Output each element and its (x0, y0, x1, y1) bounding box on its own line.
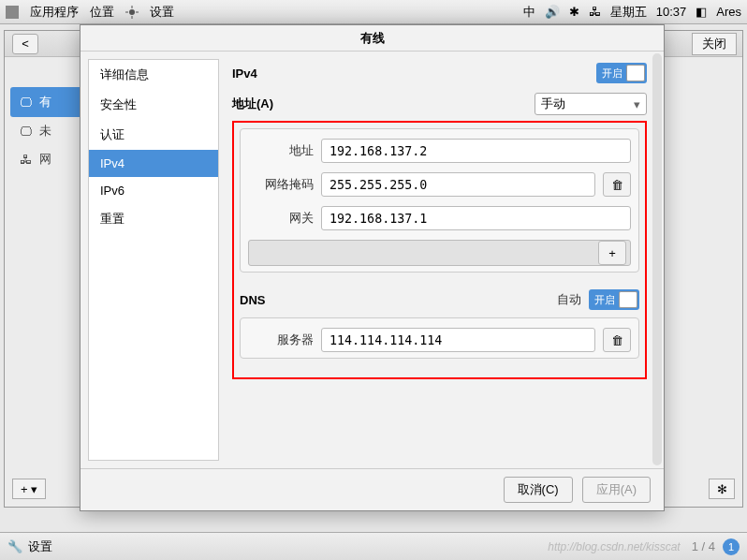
notification-badge[interactable]: 1 (723, 538, 740, 555)
dialog-sidebar: 详细信息 安全性 认证 IPv4 IPv6 重置 (88, 59, 219, 461)
clock-time: 10:37 (656, 5, 687, 19)
dns-auto-label: 自动 (557, 291, 581, 308)
user-menu-icon[interactable]: ◧ (696, 5, 707, 19)
network-tray-icon[interactable]: 🖧 (589, 5, 601, 19)
monitor-off-icon: 🖵 (20, 125, 32, 139)
bg-conn-label: 网 (39, 151, 51, 168)
delete-dns-button[interactable]: 🗑 (603, 328, 631, 352)
clock-day: 星期五 (610, 4, 647, 21)
sidebar-item-security[interactable]: 安全性 (89, 90, 218, 120)
connection-settings-button[interactable]: ✻ (709, 479, 735, 499)
dns-server-input[interactable] (321, 328, 595, 352)
highlighted-region: 地址 网络掩码 🗑 网关 + (232, 121, 647, 379)
toggle-label: 开启 (596, 66, 622, 81)
address-input[interactable] (321, 139, 631, 163)
toggle-knob (626, 65, 645, 81)
user-name[interactable]: Ares (716, 5, 741, 19)
sidebar-item-auth[interactable]: 认证 (89, 120, 218, 150)
netmask-input[interactable] (321, 172, 595, 197)
network-icon: 🖧 (20, 153, 32, 167)
method-value: 手动 (541, 96, 565, 112)
delete-address-button[interactable]: 🗑 (603, 172, 631, 197)
gateway-label: 网关 (248, 210, 314, 227)
content-scrollbar[interactable] (652, 53, 662, 465)
bg-conn-label: 有 (39, 94, 51, 111)
address-label: 地址 (248, 142, 314, 159)
dialog-title: 有线 (81, 25, 664, 52)
sidebar-item-ipv6[interactable]: IPv6 (89, 177, 218, 204)
add-address-row: + (248, 240, 631, 266)
netmask-label: 网络掩码 (248, 176, 314, 193)
toggle-label: 开启 (589, 293, 615, 307)
dns-group: 服务器 🗑 (240, 317, 639, 359)
method-combo[interactable]: 手动 (535, 93, 647, 115)
sidebar-item-reset[interactable]: 重置 (89, 204, 218, 234)
close-button[interactable]: 关闭 (692, 33, 737, 55)
settings-icon (125, 6, 139, 19)
address-group: 地址 网络掩码 🗑 网关 + (240, 128, 639, 273)
gateway-input[interactable] (321, 206, 631, 230)
menu-settings[interactable]: 设置 (150, 4, 174, 21)
apply-button[interactable]: 应用(A) (582, 477, 651, 503)
dns-heading: DNS (240, 293, 265, 307)
ipv4-toggle[interactable]: 开启 (596, 63, 647, 83)
trash-icon: 🗑 (611, 333, 623, 347)
sidebar-item-details[interactable]: 详细信息 (89, 60, 218, 90)
sidebar-item-ipv4[interactable]: IPv4 (89, 150, 218, 177)
svg-point-1 (129, 9, 135, 15)
plus-icon: + (608, 246, 616, 260)
trash-icon: 🗑 (611, 178, 623, 192)
menu-applications[interactable]: 应用程序 (30, 4, 79, 21)
add-connection-button[interactable]: + ▾ (12, 479, 46, 499)
ime-indicator[interactable]: 中 (523, 4, 535, 21)
apps-icon (6, 6, 19, 19)
bluetooth-icon[interactable]: ✱ (569, 5, 579, 19)
wired-connection-dialog: 有线 详细信息 安全性 认证 IPv4 IPv6 重置 IPv4 开启 地址(A… (80, 24, 665, 511)
address-heading: 地址(A) (232, 96, 273, 112)
dialog-content: IPv4 开启 地址(A) 手动 地址 (219, 52, 664, 468)
add-address-button[interactable]: + (598, 241, 626, 265)
monitor-icon: 🖵 (20, 96, 32, 110)
dns-auto-toggle[interactable]: 开启 (589, 289, 639, 310)
watermark-text: http://blog.csdn.net/kisscat (548, 540, 680, 553)
bg-conn-label: 未 (39, 123, 51, 140)
svg-rect-0 (6, 6, 19, 19)
volume-icon[interactable]: 🔊 (545, 5, 560, 19)
top-panel: 应用程序 位置 设置 中 🔊 ✱ 🖧 星期五 10:37 ◧ Ares (0, 0, 747, 24)
menu-places[interactable]: 位置 (90, 4, 114, 21)
cancel-button[interactable]: 取消(C) (504, 477, 573, 503)
wrench-icon: 🔧 (7, 539, 22, 553)
taskbar-app-label[interactable]: 设置 (28, 538, 52, 555)
back-button[interactable]: < (12, 34, 38, 54)
ipv4-heading: IPv4 (232, 66, 257, 81)
toggle-knob (619, 291, 637, 308)
page-indicator: 1 / 4 (692, 539, 715, 553)
bottom-taskbar: 🔧 设置 http://blog.csdn.net/kisscat 1 / 4 … (0, 532, 747, 560)
dns-server-label: 服务器 (248, 332, 314, 348)
gear-icon: ✻ (717, 482, 727, 496)
